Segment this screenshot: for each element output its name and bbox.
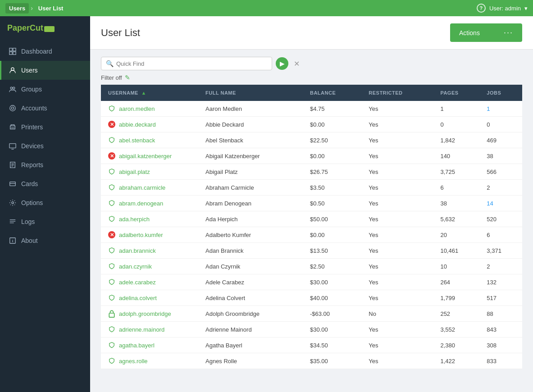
actions-button[interactable]: Actions ···	[450, 23, 522, 42]
jobs-link[interactable]: 14	[487, 200, 493, 207]
jobs-value: 88	[487, 310, 493, 317]
cell-balance: -$63.00	[305, 306, 363, 322]
table-row: abigail.platz Abigail Platz $26.75 Yes 3…	[101, 164, 522, 180]
cell-jobs: 14	[481, 196, 522, 211]
cell-fullname: Adele Carabez	[200, 274, 305, 290]
cell-jobs: 6	[481, 227, 522, 243]
cell-jobs: 0	[481, 117, 522, 132]
cards-icon	[9, 180, 17, 188]
sidebar-item-users[interactable]: Users	[0, 61, 90, 80]
username-link[interactable]: adele.carabez	[119, 279, 156, 286]
breadcrumb-separator: ›	[31, 5, 33, 12]
col-username[interactable]: USERNAME ▲	[101, 85, 200, 101]
shield-icon	[108, 215, 115, 223]
user-label[interactable]: User: admin	[489, 5, 521, 12]
logo: PaperCutNG	[0, 16, 90, 42]
cell-restricted: No	[363, 306, 435, 322]
sidebar-label-logs: Logs	[21, 218, 35, 225]
col-pages[interactable]: PAGES	[435, 85, 481, 101]
cell-balance: $4.75	[305, 101, 363, 117]
svg-rect-2	[9, 52, 12, 55]
jobs-value: 469	[487, 137, 497, 144]
cell-fullname: Abram Denogean	[200, 196, 305, 211]
sidebar-item-devices[interactable]: Devices	[0, 137, 90, 155]
cell-jobs: 2	[481, 259, 522, 274]
col-jobs[interactable]: JOBS	[481, 85, 522, 101]
username-link[interactable]: adrienne.mainord	[119, 326, 164, 333]
cell-restricted: Yes	[363, 337, 435, 353]
username-link[interactable]: adelina.colvert	[119, 295, 157, 301]
cell-pages: 1,799	[435, 290, 481, 306]
jobs-link[interactable]: 1	[487, 105, 490, 112]
table-header-row: USERNAME ▲ FULL NAME BALANCE RESTRICTED …	[101, 85, 522, 101]
table-row: abraham.carmicle Abraham Carmicle $3.50 …	[101, 180, 522, 196]
cell-username: adolph.groombridge	[101, 306, 200, 322]
table-row: aaron.medlen Aaron Medlen $4.75 Yes 1 1	[101, 101, 522, 117]
sidebar-item-printers[interactable]: Printers	[0, 118, 90, 137]
jobs-value: 3,371	[487, 247, 501, 254]
content-area: User List Actions ··· 🔍 ▶ ✕ Filter off ✎	[90, 16, 533, 392]
sidebar-label-dashboard: Dashboard	[21, 48, 52, 55]
col-fullname[interactable]: FULL NAME	[200, 85, 305, 101]
username-link[interactable]: abigail.platz	[119, 169, 150, 175]
table-row: ✕ adalberto.kumfer Adalberto Kumfer $0.0…	[101, 227, 522, 243]
search-box: 🔍	[101, 57, 272, 70]
breadcrumb-users[interactable]: Users	[5, 3, 29, 14]
logo-text: PaperCutNG	[7, 23, 55, 33]
cell-pages: 0	[435, 117, 481, 132]
table-row: agatha.bayerl Agatha Bayerl $34.50 Yes 2…	[101, 337, 522, 353]
logo-ng: NG	[44, 26, 55, 32]
sidebar-item-cards[interactable]: Cards	[0, 174, 90, 193]
jobs-value: 38	[487, 153, 493, 160]
cell-pages: 6	[435, 180, 481, 196]
username-link[interactable]: abram.denogean	[119, 200, 163, 207]
cell-balance: $13.50	[305, 243, 363, 259]
jobs-value: 2	[487, 184, 490, 191]
username-link[interactable]: adan.brannick	[119, 247, 156, 254]
sidebar-item-groups[interactable]: Groups	[0, 80, 90, 99]
cell-username: aaron.medlen	[101, 101, 200, 117]
search-row: 🔍 ▶ ✕	[101, 57, 522, 70]
username-link[interactable]: abraham.carmicle	[119, 184, 165, 191]
username-link[interactable]: adolph.groombridge	[119, 310, 171, 317]
username-link[interactable]: ada.herpich	[119, 216, 150, 223]
cell-restricted: Yes	[363, 101, 435, 117]
username-link[interactable]: aaron.medlen	[119, 105, 155, 112]
username-link[interactable]: agatha.bayerl	[119, 342, 155, 349]
sidebar-item-options[interactable]: Options	[0, 193, 90, 212]
search-clear-button[interactable]: ✕	[294, 59, 300, 68]
user-dropdown-icon[interactable]: ▾	[524, 5, 528, 12]
col-restricted[interactable]: RESTRICTED	[363, 85, 435, 101]
sidebar-item-dashboard[interactable]: Dashboard	[0, 42, 90, 61]
cell-fullname: Abigail Katzenberger	[200, 148, 305, 164]
search-input[interactable]	[116, 60, 267, 67]
cell-pages: 38	[435, 196, 481, 211]
help-icon[interactable]: ?	[477, 4, 486, 13]
username-link[interactable]: adan.czyrnik	[119, 263, 152, 270]
sidebar-label-printers: Printers	[21, 123, 43, 131]
sidebar-label-reports: Reports	[21, 161, 43, 169]
error-icon: ✕	[108, 152, 115, 160]
filter-edit-icon[interactable]: ✎	[125, 74, 130, 81]
cell-fullname: Abel Stenback	[200, 132, 305, 148]
sidebar-item-about[interactable]: About	[0, 231, 90, 250]
cell-fullname: Abraham Carmicle	[200, 180, 305, 196]
col-balance[interactable]: BALANCE	[305, 85, 363, 101]
sidebar-item-reports[interactable]: Reports	[0, 155, 90, 174]
cell-balance: $0.00	[305, 227, 363, 243]
cell-restricted: Yes	[363, 259, 435, 274]
jobs-value: 132	[487, 279, 497, 286]
breadcrumb-userlist[interactable]: User List	[35, 3, 67, 14]
search-go-button[interactable]: ▶	[276, 57, 288, 70]
username-link[interactable]: abel.stenback	[119, 137, 155, 144]
username-link[interactable]: abbie.deckard	[119, 121, 156, 128]
sidebar-item-logs[interactable]: Logs	[0, 212, 90, 231]
username-link[interactable]: abigail.katzenberger	[119, 153, 172, 160]
svg-point-8	[11, 107, 14, 109]
content-header: User List Actions ···	[90, 16, 533, 50]
cell-restricted: Yes	[363, 117, 435, 132]
username-link[interactable]: agnes.rolle	[119, 358, 148, 365]
sidebar-item-accounts[interactable]: Accounts	[0, 99, 90, 118]
svg-rect-0	[9, 48, 12, 51]
username-link[interactable]: adalberto.kumfer	[119, 232, 163, 238]
